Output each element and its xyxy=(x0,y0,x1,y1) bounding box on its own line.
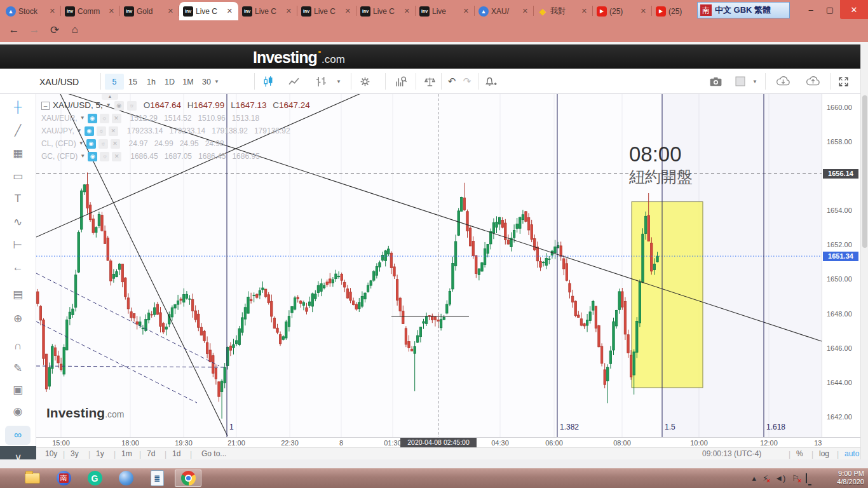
fullscreen-icon[interactable] xyxy=(834,72,853,90)
legend-collapse-tab[interactable]: ▲ xyxy=(102,94,118,100)
style-dropdown-caret[interactable]: ▼ xyxy=(333,74,344,90)
browser-tab[interactable]: ▲XAU/✕ xyxy=(475,2,534,20)
interval-dropdown-caret[interactable]: ▼ xyxy=(211,74,222,90)
range-button-1m[interactable]: 1m xyxy=(121,449,132,458)
cloud-load-icon[interactable] xyxy=(772,72,794,90)
tab-close-icon[interactable]: ✕ xyxy=(343,7,353,15)
trend-line-tool-icon[interactable]: ╱ xyxy=(5,121,31,140)
tab-close-icon[interactable]: ✕ xyxy=(461,7,471,15)
remove-overlay-icon[interactable]: ✕ xyxy=(112,152,121,161)
legend-caret-icon[interactable]: ▼ xyxy=(106,99,111,112)
site-logo[interactable]: Investing˙.com xyxy=(253,48,345,67)
go-to-button[interactable]: Go to... xyxy=(201,449,226,458)
undo-icon[interactable]: ↶ xyxy=(445,72,459,90)
log-scale-button[interactable]: log xyxy=(819,449,829,458)
volume-icon[interactable]: ◄) xyxy=(775,473,785,483)
taskbar-grammarly-icon[interactable]: G xyxy=(81,470,108,487)
restore-button[interactable]: ▢ xyxy=(821,0,839,19)
scrollbar-thumb[interactable] xyxy=(862,95,867,248)
arrow-back-tool-icon[interactable]: ← xyxy=(5,258,31,277)
line-style-icon[interactable] xyxy=(285,72,302,90)
symbol-search-box[interactable]: XAU/USD xyxy=(39,74,99,90)
range-button-7d[interactable]: 7d xyxy=(147,449,155,458)
bar-pattern-tool-icon[interactable]: ▤ xyxy=(5,285,31,304)
indicators-icon[interactable] xyxy=(391,72,410,90)
remove-overlay-icon[interactable]: ✕ xyxy=(112,114,121,123)
overlay-caret-icon[interactable]: ▼ xyxy=(79,137,84,150)
hidden-icons-arrow[interactable]: ▴ xyxy=(752,473,756,483)
chart-clock[interactable]: 09:00:13 (UTC-4) xyxy=(702,449,761,458)
tab-close-icon[interactable]: ✕ xyxy=(402,7,412,15)
network-icon[interactable] xyxy=(806,473,807,483)
page-scrollbar[interactable] xyxy=(860,44,868,459)
home-icon[interactable]: ⌂ xyxy=(67,24,83,36)
screenshot-camera-icon[interactable] xyxy=(707,72,724,90)
overlay-settings-icon[interactable]: ☼ xyxy=(97,126,106,136)
shapes-tool-icon[interactable]: ▭ xyxy=(5,166,31,186)
taskbar-nan-ime-icon[interactable]: 南 xyxy=(50,470,77,487)
remove-overlay-icon[interactable]: ✕ xyxy=(111,139,120,149)
interval-button-5[interactable]: 5 xyxy=(105,74,124,90)
back-icon[interactable]: ← xyxy=(6,24,22,36)
browser-tab[interactable]: InvLive C✕ xyxy=(238,2,297,20)
overlay-caret-icon[interactable]: ▼ xyxy=(77,125,82,137)
crosshair-tool-icon[interactable]: ┼ xyxy=(5,98,31,117)
range-button-10y[interactable]: 10y xyxy=(45,449,57,458)
tab-close-icon[interactable]: ✕ xyxy=(225,7,234,15)
power-plug-icon[interactable]: ⚡✕ xyxy=(763,473,768,483)
browser-tab[interactable]: InvLive C✕ xyxy=(356,2,416,20)
link-tool-icon[interactable]: ∞ xyxy=(5,426,31,445)
forecast-tool-icon[interactable]: ⊢ xyxy=(5,235,31,254)
interval-button-1h[interactable]: 1h xyxy=(142,74,161,90)
drawing-pencil-tool-icon[interactable]: ✎ xyxy=(5,358,31,377)
overlay-caret-icon[interactable]: ▼ xyxy=(80,112,85,125)
range-button-3y[interactable]: 3y xyxy=(71,449,79,458)
browser-tab[interactable]: InvComm✕ xyxy=(61,2,120,20)
chart-plot-area[interactable]: 11.3821.51.618 08:00 紐約開盤 Investing.com … xyxy=(36,94,822,437)
price-axis[interactable]: 1660.001658.001654.001652.001650.001648.… xyxy=(822,94,860,437)
magnet-tool-icon[interactable]: ∩ xyxy=(5,337,31,356)
tab-close-icon[interactable]: ✕ xyxy=(166,7,175,15)
tab-close-icon[interactable]: ✕ xyxy=(520,7,530,15)
lock-drawings-tool-icon[interactable]: ▣ xyxy=(5,380,31,399)
tab-close-icon[interactable]: ✕ xyxy=(48,7,57,15)
overlay-settings-icon[interactable]: ☼ xyxy=(100,152,109,161)
add-alert-icon[interactable] xyxy=(482,72,499,90)
bar-style-icon[interactable] xyxy=(313,72,329,90)
chart-annotation[interactable]: 08:00 紐約開盤 xyxy=(629,142,693,187)
interval-button-1D[interactable]: 1D xyxy=(160,74,179,90)
text-tool-tool-icon[interactable]: T xyxy=(5,189,31,208)
browser-tab[interactable]: InvGold✕ xyxy=(120,2,179,20)
hide-drawings-tool-icon[interactable]: ◉ xyxy=(5,402,31,421)
tab-close-icon[interactable]: ✕ xyxy=(284,7,294,15)
minimize-button[interactable]: – xyxy=(802,0,820,19)
background-caret[interactable]: ▼ xyxy=(750,74,760,90)
taskbar-chrome-icon[interactable] xyxy=(175,470,201,487)
browser-tab[interactable]: InvLive✕ xyxy=(416,2,475,20)
tab-close-icon[interactable]: ✕ xyxy=(107,7,116,15)
redo-icon[interactable]: ↷ xyxy=(460,72,474,90)
taskbar-chromium-icon[interactable] xyxy=(112,470,139,487)
time-axis[interactable]: 2020-04-08 02:45:00 15:0018:0019:3021:00… xyxy=(36,437,822,447)
browser-tab[interactable]: ▲Stock✕ xyxy=(2,2,61,20)
overlay-settings-icon[interactable]: ☼ xyxy=(100,114,109,123)
browser-tab[interactable]: ◆我對✕ xyxy=(534,2,593,20)
taskbar-openoffice-icon[interactable]: ≣ xyxy=(144,470,170,487)
taskbar-clock[interactable]: 9:00 PM 4/8/2020 xyxy=(837,470,864,486)
taskbar-explorer-icon[interactable] xyxy=(19,470,46,487)
visibility-eye-icon[interactable]: ◉ xyxy=(114,101,124,111)
forward-icon[interactable]: → xyxy=(27,24,42,36)
cloud-save-icon[interactable] xyxy=(802,72,824,90)
zoom-in-tool-icon[interactable]: ⊕ xyxy=(5,309,31,328)
elliott-wave-tool-icon[interactable]: ∿ xyxy=(5,212,31,231)
range-button-1d[interactable]: 1d xyxy=(172,449,180,458)
percent-scale-button[interactable]: % xyxy=(796,449,803,458)
candlestick-style-icon[interactable] xyxy=(260,72,276,90)
browser-tab[interactable]: InvLive C✕ xyxy=(297,2,356,20)
visibility-eye-icon[interactable]: ◉ xyxy=(88,152,97,161)
visibility-eye-icon[interactable]: ◉ xyxy=(88,114,97,123)
reload-icon[interactable]: ⟳ xyxy=(47,24,62,37)
tab-close-icon[interactable]: ✕ xyxy=(580,7,589,15)
fib-tool-tool-icon[interactable]: ▦ xyxy=(5,144,31,163)
collapse-legend-icon[interactable]: – xyxy=(41,102,50,110)
